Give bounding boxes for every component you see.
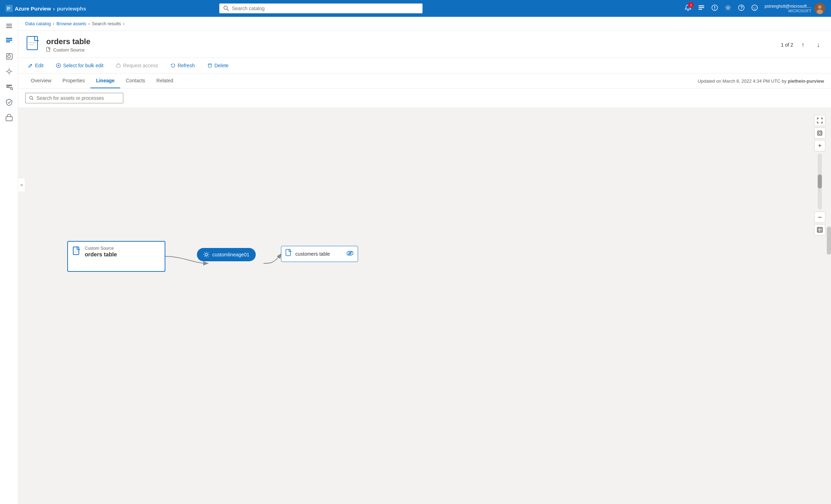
vertical-scrollbar[interactable] [827,108,831,504]
lineage-node-orders[interactable]: Custom Source orders table [67,241,165,272]
svg-rect-20 [6,26,12,26]
fit-icon [817,130,823,136]
sidebar-item-collections[interactable] [2,111,16,125]
lineage-node-customers[interactable]: customers table [281,246,358,262]
catalog-icon [698,4,705,11]
sidebar-item-catalog[interactable] [2,34,16,48]
policies-icon [5,98,13,106]
sidebar-item-policies[interactable] [2,95,16,109]
refresh-icon [171,63,176,68]
svg-point-9 [714,8,715,9]
insights-icon [5,68,13,75]
alerts-button[interactable] [711,4,718,13]
delete-button[interactable]: Delete [205,61,231,70]
instance-name: purviewphs [57,6,86,12]
collections-icon [5,114,13,122]
lineage-search-wrapper[interactable] [25,93,123,103]
orders-node-text: Custom Source orders table [85,246,117,258]
top-navigation: P Azure Purview › purviewphs 1 [0,0,831,17]
zoom-in-icon: + [818,143,822,149]
sidebar-item-insights[interactable] [2,64,16,78]
delete-icon [207,63,212,68]
brand-separator: › [53,6,55,12]
svg-line-54 [348,251,352,255]
asset-subtitle: Custom Source [46,47,781,53]
process-gear-icon [203,251,210,258]
expand-icon [817,118,823,123]
breadcrumb-sep-2: › [88,21,90,26]
avatar-image [814,3,825,14]
svg-point-14 [753,7,754,8]
svg-rect-57 [817,227,822,232]
user-profile[interactable]: pstrengholt@microsoft.... MICROSOFT [764,3,825,14]
customers-view-icon[interactable] [346,250,353,257]
svg-rect-19 [6,24,12,25]
scrollbar-thumb[interactable] [827,227,831,255]
feedback-button[interactable] [751,4,758,13]
prev-asset-button[interactable]: ↑ [797,39,809,50]
svg-rect-23 [6,40,12,41]
breadcrumb-search-results: Search results [92,21,121,26]
avatar[interactable] [814,3,825,14]
catalog-button[interactable] [698,4,705,13]
lineage-node-process[interactable]: customlineage01 [197,248,256,261]
breadcrumb-browse-assets[interactable]: Browse assets [56,21,86,26]
asset-title-area: orders table Custom Source [46,37,781,53]
zoom-controls: + − [814,115,825,235]
global-search-input[interactable] [232,6,418,11]
svg-rect-47 [73,247,79,255]
bulk-edit-icon [56,63,61,68]
asset-header: orders table Custom Source 1 of 2 ↑ ↓ [18,31,831,58]
tab-contacts[interactable]: Contacts [120,74,151,88]
user-email: pstrengholt@microsoft.... [764,4,811,9]
frame-button[interactable] [814,224,825,235]
catalog-sidebar-icon [5,37,13,44]
sidebar-toggle-button[interactable] [3,20,15,32]
zoom-slider-thumb[interactable] [818,174,822,188]
orders-node-title: orders table [85,251,117,258]
breadcrumb-data-catalog[interactable]: Data catalog [25,21,51,26]
lineage-canvas: » [18,108,831,504]
svg-rect-55 [818,131,822,135]
notifications-button[interactable]: 1 [685,4,692,13]
fit-button[interactable] [814,127,825,139]
purview-logo-icon: P [6,5,13,12]
next-asset-button[interactable]: ↓ [813,39,824,50]
tab-related[interactable]: Related [151,74,179,88]
zoom-in-button[interactable]: + [814,140,825,151]
help-button[interactable]: ? [738,4,745,13]
search-icon [224,6,229,11]
eye-icon [346,250,353,256]
bulk-edit-button[interactable]: Select for bulk edit [53,61,106,70]
management-icon [5,83,13,91]
zoom-out-icon: − [818,214,822,221]
zoom-out-button[interactable]: − [814,212,825,223]
refresh-button[interactable]: Refresh [168,61,198,70]
sidebar-item-management[interactable] [2,80,16,94]
sidebar [0,17,18,504]
tab-lineage[interactable]: Lineage [90,74,120,88]
edit-label: Edit [35,63,43,68]
tab-overview[interactable]: Overview [25,74,57,88]
delete-label: Delete [214,63,228,68]
asset-toolbar: Edit Select for bulk edit Request access [18,58,831,74]
brand-logo[interactable]: P Azure Purview › purviewphs [6,5,86,12]
orders-source-label: Custom Source [85,246,117,251]
sidebar-item-glossary[interactable] [2,49,16,63]
brand-name: Azure Purview [15,6,51,12]
global-search-bar[interactable] [219,4,423,13]
svg-rect-4 [699,5,704,6]
edit-button[interactable]: Edit [25,61,46,70]
collapse-handle[interactable]: » [18,178,25,192]
svg-rect-29 [6,87,10,88]
svg-rect-32 [6,117,12,121]
user-org: MICROSOFT [764,9,811,13]
notification-badge: 1 [688,2,694,8]
tab-properties[interactable]: Properties [57,74,90,88]
lineage-search-input[interactable] [36,95,119,101]
request-access-button[interactable]: Request access [113,61,161,70]
expand-button[interactable] [814,115,825,126]
orders-node-icon [73,247,81,258]
settings-button[interactable] [724,4,732,13]
svg-rect-24 [6,41,10,42]
